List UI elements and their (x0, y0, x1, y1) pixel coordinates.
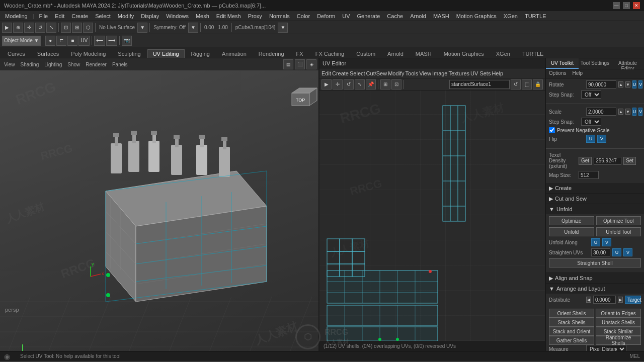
tab-sculpting[interactable]: Sculpting (112, 49, 146, 58)
rotate-v-btn[interactable]: V (638, 80, 642, 88)
menu-modeling[interactable]: Modeling (2, 12, 31, 20)
unfold-btn[interactable]: Unfold (549, 227, 594, 236)
tb-move[interactable]: ✛ (24, 23, 34, 33)
uv-canvas-area[interactable]: RRCG RRCG 人人素材 人人素材 (319, 90, 545, 341)
menu-turtle[interactable]: TURTLE (522, 12, 549, 20)
vp-tab-renderer[interactable]: Renderer (84, 62, 109, 67)
menu-generate[interactable]: Generate (354, 12, 383, 20)
uv-tb-lock[interactable]: 🔒 (533, 79, 543, 89)
tb-snap1[interactable]: ⊡ (61, 23, 71, 33)
stack-orient-btn[interactable]: Stack and Orient (549, 327, 594, 336)
vp-tab-lighting[interactable]: Lighting (42, 62, 64, 67)
menu-edit[interactable]: Edit (52, 12, 67, 20)
texel-set-btn[interactable]: Set (623, 157, 636, 165)
uv-tb-select[interactable]: ▶ (321, 79, 332, 89)
vp-tab-view[interactable]: View (2, 62, 17, 67)
menu-display[interactable]: Display (138, 12, 162, 20)
vp-tab-panels[interactable]: Panels (110, 62, 130, 67)
subtab-options[interactable]: Options (546, 69, 569, 78)
tb-face[interactable]: ■ (67, 36, 77, 46)
uv-menu-select[interactable]: Select (350, 70, 365, 76)
tab-motion-graphics[interactable]: Motion Graphics (438, 49, 490, 58)
tb-snap2[interactable]: ⊞ (72, 23, 82, 33)
flip-v-btn[interactable]: V (597, 135, 606, 143)
uv-tb-frame[interactable]: ⬚ (522, 79, 532, 89)
distribute-left-btn[interactable]: ◀ (586, 297, 591, 303)
tb-rotate[interactable]: ↺ (35, 23, 45, 33)
menu-proxy[interactable]: Proxy (245, 12, 265, 20)
menu-windows[interactable]: Windows (163, 12, 192, 20)
straighten-shell-btn[interactable]: Straighten Shell (549, 258, 641, 267)
target-btn[interactable]: Target (625, 296, 641, 304)
unstack-shells-btn[interactable]: Unstack Shells (596, 318, 641, 327)
unfold-along-v-btn[interactable]: V (602, 238, 611, 246)
rotate-u-btn[interactable]: U (632, 80, 637, 88)
3d-viewport[interactable]: View Shading Lighting Show Renderer Pane… (0, 58, 319, 351)
menu-cache[interactable]: Cache (384, 12, 406, 20)
scale-up-btn[interactable]: ▲ (618, 109, 623, 115)
vp-btn-2[interactable]: ⬛ (295, 59, 305, 69)
tab-arnold[interactable]: Arnold (382, 49, 409, 58)
tb-symmetry[interactable]: ▼ (188, 23, 198, 33)
maximize-button[interactable]: □ (623, 2, 630, 9)
tab-fx-caching[interactable]: FX Caching (310, 49, 350, 58)
menu-xgen[interactable]: XGen (501, 12, 521, 20)
straighten-v-btn[interactable]: V (623, 248, 632, 256)
tab-surfaces[interactable]: Surfaces (32, 49, 64, 58)
tab-custom[interactable]: Custom (351, 49, 381, 58)
vp-tab-shading[interactable]: Shading (19, 62, 41, 67)
3d-scene-area[interactable]: RRCG RRCG 人人素材 RRCG 人人素材 (0, 70, 318, 351)
tab-rendering[interactable]: Rendering (253, 49, 290, 58)
tab-uv-toolkit[interactable]: UV Toolkit (546, 58, 579, 69)
orient-edges-btn[interactable]: Orient to Edges (596, 309, 641, 318)
tb-snap3[interactable]: ⬡ (83, 23, 93, 33)
menu-modify[interactable]: Modify (115, 12, 137, 20)
tb-scale[interactable]: ⤡ (46, 23, 56, 33)
close-button[interactable]: ✕ (633, 2, 640, 9)
menu-motion-graphics[interactable]: Motion Graphics (453, 12, 500, 20)
optimize-tool-btn[interactable]: Optimize Tool (596, 216, 641, 225)
uv-menu-cutsew[interactable]: Cut/Sew (366, 70, 387, 76)
optimize-btn[interactable]: Optimize (549, 216, 594, 225)
texel-value-input[interactable] (594, 157, 621, 165)
menu-edit-mesh[interactable]: Edit Mesh (213, 12, 244, 20)
subtab-help[interactable]: Help (569, 69, 586, 78)
uv-menu-textures[interactable]: Textures (448, 70, 469, 76)
menu-deform[interactable]: Deform (314, 12, 338, 20)
prevent-negative-checkbox[interactable] (549, 127, 555, 133)
uv-tb-snap[interactable]: ⊡ (391, 79, 401, 89)
create-section-header[interactable]: ▶ Create (546, 183, 644, 193)
tab-curves[interactable]: Curves (2, 49, 31, 58)
scale-down-btn[interactable]: ▼ (625, 109, 630, 115)
straighten-u-btn[interactable]: U (612, 248, 621, 256)
uv-menu-help[interactable]: Help (492, 70, 503, 76)
tab-attribute-editor[interactable]: Attribute Editor (611, 58, 644, 69)
uv-menu-tools[interactable]: Tools (406, 70, 419, 76)
unfold-along-u-btn[interactable]: U (591, 238, 600, 246)
uv-tb-move[interactable]: ✛ (333, 79, 343, 89)
unfold-tool-btn[interactable]: Unfold Tool (596, 227, 641, 236)
tab-fx[interactable]: FX (291, 49, 309, 58)
tab-tool-settings[interactable]: Tool Settings (579, 58, 611, 69)
tb-cam[interactable]: 📷 (122, 36, 132, 46)
menu-create[interactable]: Create (68, 12, 91, 20)
randomize-shells-btn[interactable]: Randomize Shells (596, 336, 641, 345)
cut-sew-section-header[interactable]: ▶ Cut and Sew (546, 194, 644, 204)
tb-vertex[interactable]: ● (45, 36, 55, 46)
vp-btn-1[interactable]: ▤ (283, 59, 293, 69)
measure-select[interactable]: Pixel Distance UV Distance (586, 345, 626, 351)
uv-tb-grid[interactable]: ⊞ (380, 79, 390, 89)
stack-shells-btn[interactable]: Stack Shells (549, 318, 594, 327)
tab-poly-modeling[interactable]: Poly Modeling (65, 49, 111, 58)
uv-tb-scale[interactable]: ⤡ (355, 79, 365, 89)
menu-normals[interactable]: Normals (266, 12, 293, 20)
uv-menu-edit[interactable]: Edit (321, 70, 331, 76)
uv-tb-refresh[interactable]: ↺ (511, 79, 521, 89)
tb-select[interactable]: ▶ (2, 23, 12, 33)
menu-file[interactable]: File (36, 12, 51, 20)
distribute-input[interactable] (593, 296, 616, 304)
straighten-uvs-input[interactable] (591, 248, 610, 256)
rotate-up-btn[interactable]: ▲ (618, 81, 623, 87)
vp-tab-show[interactable]: Show (65, 62, 82, 67)
tab-animation[interactable]: Animation (216, 49, 252, 58)
